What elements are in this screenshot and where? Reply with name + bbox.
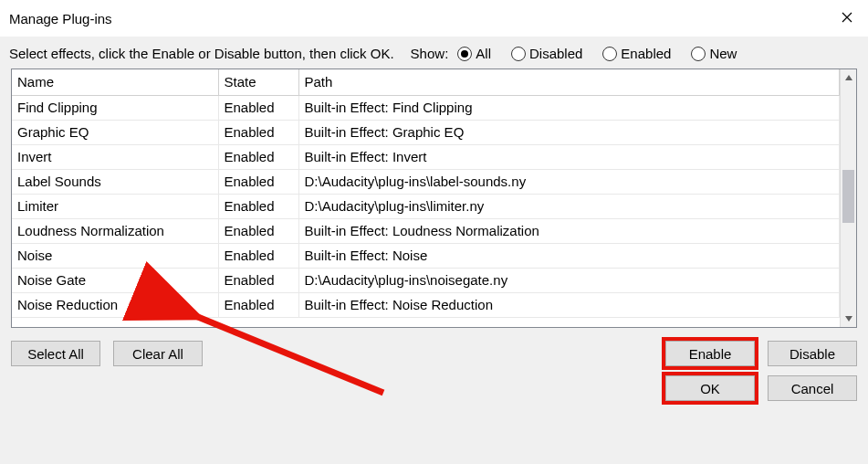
cell-name: Graphic EQ: [12, 120, 218, 144]
scroll-down-icon[interactable]: [841, 311, 856, 327]
titlebar: Manage Plug-ins: [0, 0, 868, 37]
cell-path: Built-in Effect: Invert: [298, 144, 840, 169]
cell-path: Built-in Effect: Graphic EQ: [298, 120, 840, 144]
table-row[interactable]: Graphic EQEnabledBuilt-in Effect: Graphi…: [12, 120, 840, 144]
instruction-text: Select effects, click the Enable or Disa…: [9, 46, 394, 61]
radio-all[interactable]: All: [457, 46, 491, 61]
cell-name: Loudness Normalization: [12, 218, 218, 243]
table-row[interactable]: Loudness NormalizationEnabledBuilt-in Ef…: [12, 218, 840, 243]
show-label: Show:: [411, 46, 449, 61]
scroll-thumb[interactable]: [842, 170, 854, 223]
clear-all-button[interactable]: Clear All: [113, 341, 203, 366]
cell-state: Enabled: [218, 243, 298, 268]
select-all-button[interactable]: Select All: [11, 341, 100, 366]
ok-button[interactable]: OK: [665, 375, 755, 401]
radio-icon: [691, 47, 706, 61]
cell-path: Built-in Effect: Noise Reduction: [298, 292, 840, 317]
cell-name: Find Clipping: [12, 95, 218, 120]
cell-path: Built-in Effect: Find Clipping: [298, 95, 840, 120]
cell-state: Enabled: [218, 120, 298, 144]
cell-state: Enabled: [218, 95, 298, 120]
radio-disabled[interactable]: Disabled: [511, 46, 582, 61]
cell-state: Enabled: [218, 169, 298, 194]
radio-enabled[interactable]: Enabled: [602, 46, 671, 61]
radio-disabled-label: Disabled: [529, 46, 582, 61]
cell-path: Built-in Effect: Noise: [298, 243, 840, 268]
column-header-state[interactable]: State: [218, 69, 298, 95]
cell-path: D:\Audacity\plug-ins\noisegate.ny: [298, 268, 840, 292]
table-row[interactable]: Noise ReductionEnabledBuilt-in Effect: N…: [12, 292, 840, 317]
column-header-name[interactable]: Name: [12, 69, 218, 95]
cell-name: Invert: [12, 144, 218, 169]
cell-path: D:\Audacity\plug-ins\limiter.ny: [298, 194, 840, 218]
table-row[interactable]: InvertEnabledBuilt-in Effect: Invert: [12, 144, 840, 169]
table-row[interactable]: Label SoundsEnabledD:\Audacity\plug-ins\…: [12, 169, 840, 194]
radio-icon: [511, 47, 526, 61]
table-row[interactable]: Noise GateEnabledD:\Audacity\plug-ins\no…: [12, 268, 840, 292]
radio-icon: [457, 47, 472, 61]
radio-new[interactable]: New: [691, 46, 737, 61]
column-header-path[interactable]: Path: [298, 69, 840, 95]
radio-all-label: All: [476, 46, 491, 61]
disable-button[interactable]: Disable: [768, 341, 857, 366]
scrollbar[interactable]: [840, 69, 856, 327]
table-row[interactable]: NoiseEnabledBuilt-in Effect: Noise: [12, 243, 840, 268]
cell-name: Noise Gate: [12, 268, 218, 292]
cancel-button[interactable]: Cancel: [768, 375, 857, 401]
cell-state: Enabled: [218, 268, 298, 292]
cell-path: D:\Audacity\plug-ins\label-sounds.ny: [298, 169, 840, 194]
enable-button[interactable]: Enable: [665, 341, 755, 366]
cell-state: Enabled: [218, 218, 298, 243]
window-close-button[interactable]: [826, 0, 868, 37]
cell-state: Enabled: [218, 144, 298, 169]
cell-name: Limiter: [12, 194, 218, 218]
radio-icon: [602, 47, 617, 61]
table-row[interactable]: LimiterEnabledD:\Audacity\plug-ins\limit…: [12, 194, 840, 218]
cell-name: Noise: [12, 243, 218, 268]
radio-enabled-label: Enabled: [621, 46, 671, 61]
table-header-row: Name State Path: [12, 69, 840, 95]
cell-state: Enabled: [218, 194, 298, 218]
window-title: Manage Plug-ins: [9, 11, 826, 26]
table-row[interactable]: Find ClippingEnabledBuilt-in Effect: Fin…: [12, 95, 840, 120]
cell-name: Label Sounds: [12, 169, 218, 194]
cell-state: Enabled: [218, 292, 298, 317]
cell-name: Noise Reduction: [12, 292, 218, 317]
filter-row: Select effects, click the Enable or Disa…: [0, 37, 868, 69]
radio-new-label: New: [709, 46, 737, 61]
cell-path: Built-in Effect: Loudness Normalization: [298, 218, 840, 243]
close-icon: [842, 10, 852, 26]
scroll-up-icon[interactable]: [841, 69, 856, 86]
button-row-2: OK Cancel: [0, 366, 868, 401]
plugin-list: Name State Path Find ClippingEnabledBuil…: [11, 69, 857, 328]
button-row-1: Select All Clear All Enable Disable: [0, 328, 868, 366]
